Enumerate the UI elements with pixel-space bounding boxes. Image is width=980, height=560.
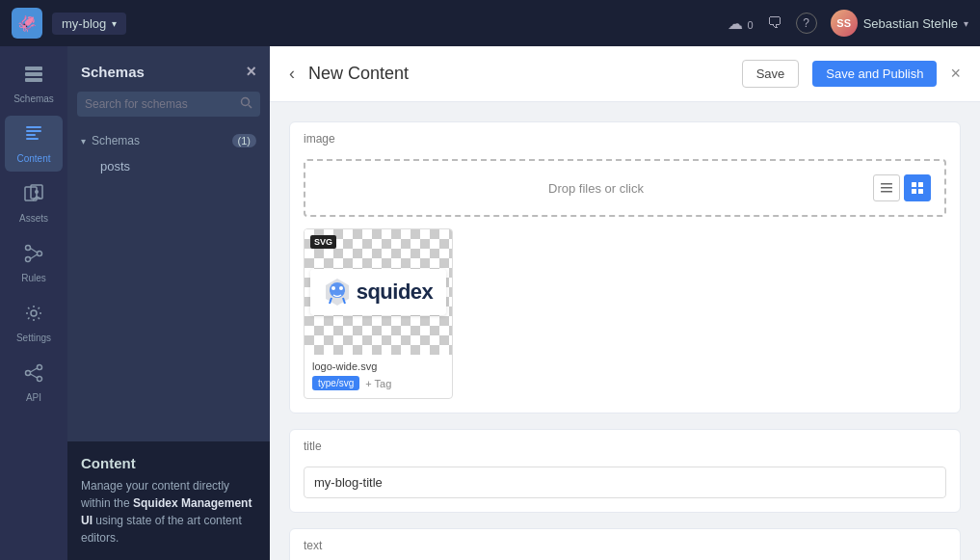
squidex-logo-text: squidex bbox=[357, 280, 434, 305]
image-tags: type/svg + Tag bbox=[305, 374, 452, 398]
file-type-tag[interactable]: type/svg bbox=[312, 376, 359, 390]
section-label: Schemas bbox=[92, 134, 140, 147]
svg-point-18 bbox=[38, 377, 42, 382]
svg-point-32 bbox=[339, 286, 343, 290]
squidex-logo-wrapper: squidex bbox=[310, 269, 447, 315]
svg-point-11 bbox=[38, 252, 42, 256]
drop-zone[interactable]: Drop files or click bbox=[304, 159, 946, 217]
svg-rect-0 bbox=[25, 67, 42, 70]
svg-point-21 bbox=[242, 98, 250, 106]
sidebar-item-schemas[interactable]: Schemas bbox=[5, 56, 63, 112]
chevron-down-icon: ▾ bbox=[112, 18, 117, 29]
text-label: text bbox=[290, 529, 960, 556]
user-chevron-icon: ▾ bbox=[964, 18, 968, 29]
api-icon bbox=[23, 362, 44, 388]
content-icon bbox=[23, 123, 44, 149]
top-nav: 🦑 my-blog ▾ ☁ 0 🗨 ? SS Sebastian Stehle … bbox=[0, 0, 980, 46]
sidebar-item-settings[interactable]: Settings bbox=[5, 295, 63, 351]
close-button[interactable]: × bbox=[950, 64, 961, 84]
settings-label: Settings bbox=[16, 333, 51, 343]
svg-point-15 bbox=[31, 310, 37, 316]
save-button[interactable]: Save bbox=[742, 60, 800, 88]
svg-line-14 bbox=[31, 254, 38, 259]
sidebar-item-posts[interactable]: posts bbox=[73, 152, 264, 180]
sidebar-item-content[interactable]: Content bbox=[5, 116, 63, 172]
image-preview: SVG bbox=[305, 229, 452, 355]
schemas-label: Schemas bbox=[13, 93, 54, 104]
image-filename: logo-wide.svg bbox=[305, 355, 452, 374]
sidebar-panel-header: Schemas × bbox=[67, 46, 270, 92]
sidebar-item-rules[interactable]: Rules bbox=[5, 235, 63, 291]
image-label: image bbox=[290, 122, 960, 149]
schemas-icon bbox=[23, 64, 44, 90]
svg-rect-23 bbox=[881, 183, 892, 185]
section-count: (1) bbox=[232, 134, 256, 147]
cloud-icon[interactable]: ☁ 0 bbox=[728, 14, 754, 33]
svg-rect-6 bbox=[26, 138, 39, 140]
sidebar-item-assets[interactable]: Assets bbox=[5, 175, 63, 231]
back-button[interactable]: ‹ bbox=[289, 64, 295, 84]
sidebar-tooltip: Content Manage your content directly wit… bbox=[67, 441, 270, 560]
svg-rect-29 bbox=[918, 189, 923, 194]
user-name: Sebastian Stehle bbox=[863, 16, 958, 31]
drop-zone-text: Drop files or click bbox=[319, 181, 873, 196]
sidebar-panel-title: Schemas bbox=[81, 64, 145, 80]
svg-rect-4 bbox=[26, 130, 41, 132]
svg-point-16 bbox=[26, 371, 31, 376]
main-layout: Schemas Content bbox=[0, 46, 980, 560]
user-menu[interactable]: SS Sebastian Stehle ▾ bbox=[831, 10, 968, 37]
search-input[interactable] bbox=[85, 97, 234, 111]
avatar: SS bbox=[831, 10, 858, 37]
content-label: Content bbox=[16, 153, 50, 164]
tooltip-heading: Content bbox=[81, 455, 256, 471]
svg-rect-28 bbox=[912, 189, 916, 194]
page-title: New Content bbox=[308, 64, 728, 84]
tag-add-button[interactable]: + Tag bbox=[365, 378, 391, 389]
image-upload-area: Drop files or click bbox=[290, 149, 960, 413]
sidebar-close-icon[interactable]: × bbox=[246, 62, 256, 82]
app-logo[interactable]: 🦑 bbox=[12, 8, 42, 39]
sidebar-panel: Schemas × ▾ Schemas (1) posts Content Ma… bbox=[67, 46, 270, 560]
title-input[interactable] bbox=[304, 467, 946, 498]
svg-rect-27 bbox=[918, 182, 923, 187]
assets-label: Assets bbox=[19, 213, 48, 224]
assets-icon bbox=[23, 183, 44, 209]
form-area: image Drop files or click bbox=[270, 102, 980, 560]
svg-point-10 bbox=[26, 246, 31, 251]
grid-view-button[interactable] bbox=[904, 174, 931, 201]
svg-rect-3 bbox=[26, 126, 41, 128]
sidebar-section-schemas[interactable]: ▾ Schemas (1) bbox=[67, 126, 270, 151]
title-input-container bbox=[290, 457, 960, 512]
svg-point-31 bbox=[331, 286, 335, 290]
top-nav-right: ☁ 0 🗨 ? SS Sebastian Stehle ▾ bbox=[728, 10, 968, 37]
rules-icon bbox=[23, 243, 44, 269]
svg-rect-5 bbox=[26, 134, 36, 136]
view-toggle bbox=[873, 174, 931, 201]
svg-badge: SVG bbox=[310, 235, 336, 249]
content-header: ‹ New Content Save Save and Publish × bbox=[270, 46, 980, 102]
squidex-logo-svg bbox=[324, 277, 351, 307]
save-publish-button[interactable]: Save and Publish bbox=[812, 61, 937, 87]
svg-point-12 bbox=[26, 257, 31, 262]
image-card[interactable]: SVG bbox=[304, 228, 453, 399]
sidebar-search-container bbox=[77, 92, 260, 117]
svg-point-9 bbox=[35, 190, 39, 194]
svg-rect-26 bbox=[912, 182, 916, 187]
chevron-icon: ▾ bbox=[81, 136, 86, 147]
settings-icon bbox=[23, 303, 44, 329]
message-icon[interactable]: 🗨 bbox=[767, 14, 782, 32]
help-icon[interactable]: ? bbox=[796, 13, 817, 34]
rules-label: Rules bbox=[21, 273, 46, 283]
api-label: API bbox=[26, 392, 41, 403]
sidebar-icons: Schemas Content bbox=[0, 46, 67, 560]
sidebar-item-api[interactable]: API bbox=[5, 355, 63, 411]
editor-toolbar: B I H " bbox=[290, 556, 960, 560]
title-label: title bbox=[290, 430, 960, 457]
image-section: image Drop files or click bbox=[289, 121, 961, 413]
svg-rect-2 bbox=[25, 78, 42, 82]
title-section: title bbox=[289, 429, 961, 513]
svg-line-13 bbox=[31, 249, 38, 253]
search-icon bbox=[240, 96, 252, 112]
app-selector[interactable]: my-blog ▾ bbox=[52, 13, 126, 35]
list-view-button[interactable] bbox=[873, 174, 900, 201]
